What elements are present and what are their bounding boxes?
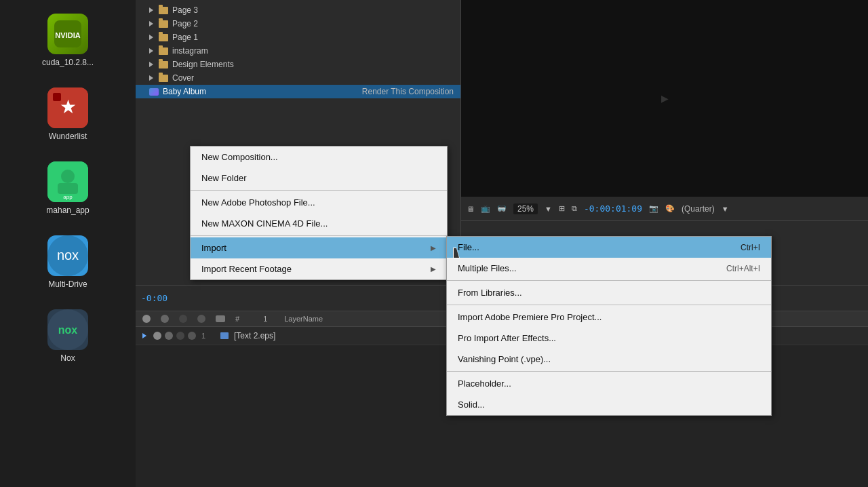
submenu-item-label: File... <box>458 242 479 252</box>
quality-display[interactable]: (Quarter) <box>682 204 715 214</box>
context-item-label: New MAXON CINEMA 4D File... <box>201 218 328 229</box>
svg-text:app: app <box>63 194 73 200</box>
submenu-item-label: Import Adobe Premiere Pro Project... <box>458 312 601 322</box>
layer-eye-icon[interactable] <box>153 332 161 340</box>
cuda-icon: NVIDIA <box>47 14 88 54</box>
layer-lock-icon[interactable] <box>188 332 196 340</box>
submenu-item-label: Vanishing Point (.vpe)... <box>458 354 551 364</box>
folder-icon <box>159 34 168 41</box>
viewer-monitor-icon[interactable]: 🖥 <box>467 205 474 213</box>
submenu-from-libraries[interactable]: From Libraries... <box>447 282 771 303</box>
nox-label: Nox <box>60 353 75 363</box>
project-item-label: Baby Album <box>163 87 206 96</box>
camera-icon[interactable]: 📷 <box>649 204 658 213</box>
submenu-file[interactable]: File... Ctrl+I <box>447 237 771 258</box>
desktop-icon-nox[interactable]: nox Nox <box>47 309 88 363</box>
svg-rect-7 <box>58 183 78 194</box>
ae-application: Page 3 Page 2 Page 1 instagram <box>136 0 868 487</box>
context-new-composition[interactable]: New Composition... <box>191 147 447 168</box>
submenu-shortcut: Ctrl+I <box>741 243 760 252</box>
submenu-solid[interactable]: Solid... <box>447 394 771 415</box>
submenu-vanishing-point[interactable]: Vanishing Point (.vpe)... <box>447 349 771 370</box>
folder-icon <box>159 7 168 14</box>
folder-icon <box>159 20 168 28</box>
viewer-canvas: ▶ <box>661 93 669 104</box>
project-item-label: Cover <box>172 73 194 83</box>
arrow-right-icon <box>149 75 153 81</box>
color-icon[interactable]: 🎨 <box>665 204 675 213</box>
mahan-label: mahan_app <box>46 206 89 215</box>
svg-point-6 <box>61 170 75 183</box>
layer-number: 1 <box>201 332 215 340</box>
submenu-sep-2 <box>447 305 771 305</box>
context-import-recent[interactable]: Import Recent Footage ▶ <box>191 258 447 279</box>
project-item-label: Page 2 <box>172 19 198 28</box>
submenu-pro-import-ae[interactable]: Pro Import After Effects... <box>447 328 771 349</box>
render-text: Render This Composition <box>362 87 454 96</box>
context-item-label: New Folder <box>201 173 246 183</box>
arrow-right-icon <box>149 21 153 26</box>
multi-drive-label: Multi-Drive <box>48 279 87 289</box>
project-item-list: Page 3 Page 2 Page 1 instagram <box>136 0 460 102</box>
submenu-import-premiere[interactable]: Import Adobe Premiere Pro Project... <box>447 307 771 328</box>
layer-name-col-header: LayerName <box>284 315 323 323</box>
project-item-label: Page 3 <box>172 5 198 15</box>
solo-header-icon <box>179 315 187 323</box>
context-new-folder[interactable]: New Folder <box>191 168 447 189</box>
viewer-toolbar: 🖥 📺 🥽 25% ▼ ⊞ ⧉ -0:00:01:09 📷 🎨 (Quarter… <box>461 197 868 221</box>
desktop-icon-multi-drive[interactable]: nox Multi-Drive <box>47 235 88 289</box>
desktop-icon-wunderlist[interactable]: ★ Wunderlist <box>47 87 88 141</box>
submenu-item-label: Multiple Files... <box>458 263 517 273</box>
desktop-icon-mahan[interactable]: app mahan_app <box>46 161 89 215</box>
layer-expand-icon[interactable] <box>142 333 146 338</box>
desktop-icon-cuda[interactable]: NVIDIA cuda_10.2.8... <box>42 14 94 67</box>
submenu-sep-3 <box>447 371 771 372</box>
svg-text:NVIDIA: NVIDIA <box>55 31 80 39</box>
project-item-page1[interactable]: Page 1 <box>136 31 460 44</box>
viewer-panel: ▶ <box>461 0 868 197</box>
quality-dropdown-icon[interactable]: ▼ <box>722 205 729 213</box>
zoom-level[interactable]: 25% <box>513 203 538 214</box>
lock-header-icon <box>197 315 205 323</box>
layer-comp-icon <box>220 332 229 339</box>
viewer-vr-icon[interactable]: 🥽 <box>497 204 507 213</box>
timeline-timecode: -0:00 <box>141 293 167 303</box>
project-item-label: Design Elements <box>172 60 234 69</box>
layer-name: [Text 2.eps] <box>234 331 275 340</box>
context-import[interactable]: Import ▶ <box>191 237 447 258</box>
layer-solo-icon[interactable] <box>176 332 184 340</box>
separator-1 <box>191 190 447 191</box>
project-item-instagram[interactable]: instagram <box>136 44 460 58</box>
desktop-icon-bar: NVIDIA cuda_10.2.8... ★ Wunderlist <box>0 0 136 487</box>
project-item-label: instagram <box>172 46 208 56</box>
submenu-arrow-icon: ▶ <box>431 244 436 252</box>
layer-audio-icon[interactable] <box>165 332 173 340</box>
submenu-shortcut: Ctrl+Alt+I <box>726 264 760 273</box>
project-item-cover[interactable]: Cover <box>136 71 460 85</box>
timecode-display: -0:00:01:09 <box>584 203 642 214</box>
cuda-label: cuda_10.2.8... <box>42 58 94 67</box>
context-new-photoshop[interactable]: New Adobe Photoshop File... <box>191 192 447 213</box>
context-menu: New Composition... New Folder New Adobe … <box>190 146 448 280</box>
submenu-placeholder[interactable]: Placeholder... <box>447 373 771 394</box>
submenu-arrow-icon-2: ▶ <box>431 265 436 273</box>
folder-icon <box>159 61 168 69</box>
desktop: NVIDIA cuda_10.2.8... ★ Wunderlist <box>0 0 868 487</box>
multi-drive-icon: nox <box>47 235 88 276</box>
wunderlist-label: Wunderlist <box>49 132 87 141</box>
submenu-item-label: Pro Import After Effects... <box>458 333 556 343</box>
tag-header-icon <box>216 315 225 322</box>
separator-2 <box>191 235 447 236</box>
arrow-right-icon <box>149 35 153 40</box>
viewer-icon1[interactable]: ⊞ <box>559 204 565 213</box>
viewer-display-icon[interactable]: 📺 <box>481 204 490 213</box>
context-new-cinema4d[interactable]: New MAXON CINEMA 4D File... <box>191 213 447 234</box>
project-item-design-elements[interactable]: Design Elements <box>136 58 460 71</box>
submenu-multiple-files[interactable]: Multiple Files... Ctrl+Alt+I <box>447 258 771 279</box>
viewer-crop-icon[interactable]: ⧉ <box>572 204 577 213</box>
project-item-page3[interactable]: Page 3 <box>136 3 460 17</box>
layer-icons <box>153 332 196 340</box>
project-item-page2[interactable]: Page 2 <box>136 17 460 31</box>
project-item-baby-album[interactable]: Baby Album Render This Composition <box>136 85 460 98</box>
zoom-dropdown-icon[interactable]: ▼ <box>545 205 552 213</box>
